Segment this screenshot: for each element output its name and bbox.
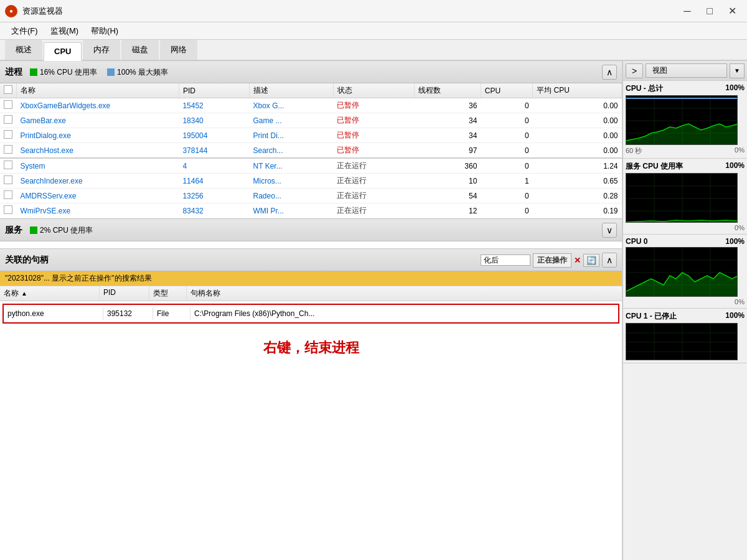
handle-col-pid-header[interactable]: PID: [100, 286, 149, 301]
process-state: 正在运行: [333, 174, 414, 189]
right-panel-scroll[interactable]: CPU - 总计 100%: [623, 81, 747, 560]
process-row[interactable]: PrintDialog.exe 195004 Print Di... 已暂停 3…: [0, 128, 622, 143]
main-layout: 进程 16% CPU 使用率 100% 最大频率 ∧ 名称: [0, 61, 747, 560]
process-row[interactable]: WmiPrvSE.exe 83432 WMI Pr... 正在运行 12 0 0…: [0, 203, 622, 218]
col-pid[interactable]: PID: [179, 83, 249, 98]
process-cpu: 0: [481, 113, 532, 128]
cpu1-title: CPU 1 - 已停止 100%: [626, 311, 745, 322]
menu-monitor[interactable]: 监视(M): [44, 24, 85, 38]
col-state[interactable]: 状态: [333, 83, 414, 98]
process-table-container[interactable]: 名称 PID 描述 状态 线程数 CPU 平均 CPU XboxGameBarW…: [0, 83, 622, 218]
cpu0-max: 100%: [725, 237, 745, 246]
handle-expand-button[interactable]: ∧: [602, 253, 617, 268]
process-avg-cpu: 0.65: [533, 174, 622, 189]
handle-col-type-header[interactable]: 类型: [149, 286, 187, 301]
process-row[interactable]: SearchIndexer.exe 11464 Micros... 正在运行 1…: [0, 174, 622, 189]
cpu1-label: CPU 1 - 已停止: [626, 311, 677, 322]
right-expand-button[interactable]: >: [626, 63, 643, 78]
process-avg-cpu: 0.00: [533, 98, 622, 113]
col-desc[interactable]: 描述: [250, 83, 334, 98]
process-row[interactable]: GameBar.exe 18340 Game ... 已暂停 34 0 0.00: [0, 113, 622, 128]
cpu-total-min: 0%: [735, 146, 745, 156]
close-button[interactable]: ✕: [722, 2, 742, 20]
process-name[interactable]: WmiPrvSE.exe: [17, 203, 179, 218]
tab-disk[interactable]: 磁盘: [121, 40, 159, 60]
process-pid: 15452: [179, 98, 249, 113]
process-avg-cpu: 0.28: [533, 189, 622, 203]
maximize-button[interactable]: □: [700, 2, 720, 20]
green-indicator: [30, 68, 37, 76]
handle-search-input[interactable]: [481, 254, 530, 266]
col-cpu[interactable]: CPU: [481, 83, 532, 98]
process-desc: WMI Pr...: [250, 203, 334, 218]
menubar: 文件(F) 监视(M) 帮助(H): [0, 22, 747, 40]
handle-col-handle-header[interactable]: 句柄名称: [187, 286, 622, 301]
col-name[interactable]: 名称: [17, 83, 179, 98]
handle-search-refresh[interactable]: 🔄: [583, 254, 599, 267]
service-expand-button[interactable]: ∨: [602, 223, 617, 238]
process-row[interactable]: SearchHost.exe 378144 Search... 已暂停 97 0…: [0, 143, 622, 159]
handle-search-clear[interactable]: ✕: [574, 256, 581, 265]
tabbar: 概述 CPU 内存 磁盘 网络: [0, 40, 747, 61]
window-title: 资源监视器: [22, 6, 677, 17]
tab-memory[interactable]: 内存: [83, 40, 120, 60]
cpu1-svg: [626, 324, 738, 360]
right-top-bar: > 视图 ▼: [623, 61, 747, 81]
tab-network[interactable]: 网络: [160, 40, 197, 60]
process-state: 正在运行: [333, 203, 414, 218]
service-cpu-max: 100%: [725, 161, 745, 172]
handle-section-header[interactable]: 关联的句柄 正在操作 ✕ 🔄 ∧: [0, 249, 622, 271]
process-row[interactable]: XboxGameBarWidgets.exe 15452 Xbox G... 已…: [0, 98, 622, 113]
svg-rect-8: [626, 174, 738, 223]
process-cpu: 1: [481, 174, 532, 189]
process-cpu: 0: [481, 98, 532, 113]
menu-file[interactable]: 文件(F): [5, 24, 44, 38]
process-avg-cpu: 0.00: [533, 113, 622, 128]
process-cpu-badge: 16% CPU 使用率: [30, 67, 97, 78]
process-name[interactable]: SearchHost.exe: [17, 143, 179, 159]
menu-help[interactable]: 帮助(H): [85, 24, 125, 38]
blue-indicator: [107, 68, 115, 76]
process-desc: NT Ker...: [250, 158, 334, 174]
process-name[interactable]: AMDRSServ.exe: [17, 189, 179, 203]
cpu1-graph: [626, 323, 738, 360]
tab-overview[interactable]: 概述: [5, 40, 42, 60]
process-table: 名称 PID 描述 状态 线程数 CPU 平均 CPU XboxGameBarW…: [0, 83, 622, 218]
tab-cpu[interactable]: CPU: [44, 42, 82, 61]
right-panel: > 视图 ▼ CPU - 总计 100%: [622, 61, 747, 560]
process-threads: 12: [415, 203, 481, 218]
process-state: 已暂停: [333, 143, 414, 159]
process-pid: 378144: [179, 143, 249, 159]
process-section-header[interactable]: 进程 16% CPU 使用率 100% 最大频率 ∧: [0, 61, 622, 83]
process-threads: 360: [415, 158, 481, 174]
process-row[interactable]: AMDRSServ.exe 13256 Radeo... 正在运行 54 0 0…: [0, 189, 622, 203]
process-pid: 18340: [179, 113, 249, 128]
process-row[interactable]: System 4 NT Ker... 正在运行 360 0 1.24: [0, 158, 622, 174]
service-section-header[interactable]: 服务 2% CPU 使用率 ∨: [0, 219, 622, 241]
process-name[interactable]: PrintDialog.exe: [17, 128, 179, 143]
minimize-button[interactable]: ─: [677, 2, 697, 20]
cpu-total-time: 60 秒: [626, 146, 642, 156]
service-cpu-badge: 2% CPU 使用率: [30, 225, 93, 236]
process-name[interactable]: GameBar.exe: [17, 113, 179, 128]
service-cpu-title: 服务 CPU 使用率 100%: [626, 161, 745, 172]
svg-rect-22: [626, 324, 738, 360]
process-expand-button[interactable]: ∧: [602, 65, 617, 80]
process-threads: 34: [415, 128, 481, 143]
handle-table-header: 名称 ▲ PID 类型 句柄名称: [0, 286, 622, 301]
process-name[interactable]: System: [17, 158, 179, 174]
handle-selected-row[interactable]: python.exe 395132 File C:\Program Files …: [2, 304, 619, 324]
col-threads[interactable]: 线程数: [415, 83, 481, 98]
cpu1-max: 100%: [725, 311, 745, 322]
service-cpu-section: 服务 CPU 使用率 100%: [623, 159, 747, 235]
col-avg-cpu[interactable]: 平均 CPU: [533, 83, 622, 98]
view-dropdown-button[interactable]: ▼: [730, 63, 745, 78]
col-checkbox[interactable]: [0, 83, 17, 98]
handle-row-pid: 395132: [103, 307, 153, 320]
process-name[interactable]: XboxGameBarWidgets.exe: [17, 98, 179, 113]
process-name[interactable]: SearchIndexer.exe: [17, 174, 179, 189]
handle-col-name-header[interactable]: 名称 ▲: [0, 286, 100, 301]
process-desc: Search...: [250, 143, 334, 159]
left-panel: 进程 16% CPU 使用率 100% 最大频率 ∧ 名称: [0, 61, 622, 560]
view-button[interactable]: 视图: [646, 63, 727, 78]
